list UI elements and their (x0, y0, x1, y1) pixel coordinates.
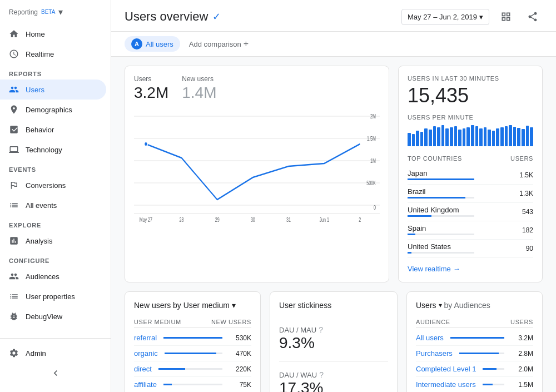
sidebar-item-label: Admin (26, 349, 46, 358)
sidebar-item-debugview[interactable]: DebugView (0, 306, 106, 326)
new-users-title: New users by User medium ▾ (134, 301, 251, 310)
help-icon[interactable]: ? (319, 370, 324, 379)
view-realtime-link[interactable]: View realtime → (408, 265, 533, 273)
mini-bar-item (463, 128, 466, 146)
new-users-table-header: USER MEDIUM NEW USERS (134, 316, 251, 328)
stickiness-title: User stickiness (279, 301, 388, 310)
sidebar-item-label: Conversions (26, 181, 66, 190)
chevron-down-icon[interactable]: ▾ (232, 301, 236, 310)
svg-text:30: 30 (251, 217, 255, 224)
mini-bar-item (517, 128, 520, 146)
sidebar-item-admin[interactable]: Admin (0, 343, 106, 363)
mini-bar-item (450, 127, 453, 146)
row-label[interactable]: referral (134, 334, 157, 342)
help-icon[interactable]: ? (319, 325, 323, 334)
mini-bar-item (471, 125, 474, 146)
row-label[interactable]: Completed Level 1 (416, 365, 476, 373)
row-label[interactable]: affiliate (134, 380, 157, 389)
mini-bar-item (408, 133, 411, 146)
compare-icon[interactable] (496, 7, 516, 27)
mini-bar-item (416, 131, 419, 146)
sidebar-item-label: Realtime (26, 50, 54, 58)
row-value: 530K (229, 334, 251, 342)
comparison-bar: A All users Add comparison + (111, 32, 556, 57)
all-users-chip[interactable]: A All users (125, 36, 180, 52)
country-bar-container (408, 178, 474, 180)
date-range-picker[interactable]: May 27 – Jun 2, 2019 ▾ (401, 9, 489, 25)
chart-metrics: Users 3.2M New users 1.4M (134, 75, 380, 102)
stickiness-metrics: DAU / MAU ? 9.3% DAU / WAU ? 17.3% WAU /… (279, 316, 388, 392)
sidebar-item-label: Users (26, 86, 44, 94)
svg-text:2M: 2M (370, 113, 376, 120)
arrow-right-icon: → (453, 265, 460, 273)
sidebar-item-behavior[interactable]: Behavior (0, 120, 106, 140)
list-item: Brazil 1.3K (408, 185, 533, 203)
table-row: referral 530K (134, 330, 251, 346)
sidebar-item-label: User properties (26, 292, 75, 301)
sidebar-item-audiences[interactable]: Audiences (0, 266, 106, 286)
sidebar-item-user-properties[interactable]: User properties (0, 286, 106, 306)
sidebar-item-conversions[interactable]: Conversions (0, 175, 106, 195)
mini-bar-item (522, 129, 525, 146)
country-users: 1.3K (519, 190, 533, 197)
sidebar-item-technology[interactable]: Technology (0, 140, 106, 160)
new-users-card: New users by User medium ▾ USER MEDIUM N… (125, 291, 261, 392)
sidebar-item-demographics[interactable]: Demographics (0, 100, 106, 120)
users-metric[interactable]: Users 3.2M (134, 75, 168, 102)
row-bar (158, 368, 185, 370)
row-label[interactable]: direct (134, 365, 152, 373)
new-users-table: referral 530K organic 470K direct 220K a… (134, 330, 251, 392)
section-explore: EXPLORE (0, 215, 111, 231)
header-actions: May 27 – Jun 2, 2019 ▾ (401, 7, 543, 27)
mini-bar-item (424, 128, 428, 146)
sidebar-item-all-events[interactable]: All events (0, 195, 106, 215)
section-reports: REPORTS (0, 64, 111, 80)
country-bar (408, 178, 474, 180)
row-bar (165, 353, 216, 354)
table-row: All users 3.2M (416, 330, 533, 346)
chart-svg: 2M 1.5M 1M 500K 0 May 27 28 29 30 31 Jun… (134, 111, 380, 233)
sidebar-item-users[interactable]: Users (0, 80, 106, 100)
new-users-metric[interactable]: New users 1.4M (182, 75, 216, 102)
sidebar-item-home[interactable]: Home (0, 24, 106, 44)
row-bar (163, 337, 222, 339)
home-icon (9, 29, 19, 39)
country-users: 90 (526, 245, 533, 252)
svg-text:May 27: May 27 (140, 217, 152, 224)
dashboard-content: Users 3.2M New users 1.4M (111, 57, 556, 392)
chevron-down-icon[interactable]: ▾ (439, 301, 442, 309)
country-bar-container (408, 234, 474, 235)
sidebar-collapse-button[interactable] (0, 363, 111, 383)
share-icon[interactable] (523, 7, 543, 27)
row-bar (459, 353, 499, 354)
behavior-icon (9, 125, 19, 135)
audiences-table-header: AUDIENCE USERS (416, 316, 533, 328)
table-row: Completed Level 1 2.0M (416, 361, 533, 377)
table-row: affiliate 75K (134, 377, 251, 392)
mini-bar-item (445, 128, 449, 146)
row-label[interactable]: Purchasers (416, 349, 453, 358)
page-header: Users overview ✓ May 27 – Jun 2, 2019 ▾ (111, 0, 556, 32)
row-value: 3.2M (511, 334, 533, 342)
section-configure: CONFIGURE (0, 251, 111, 266)
row-value: 2.0M (511, 365, 533, 373)
chevron-down-icon[interactable]: ▾ (58, 7, 63, 17)
sidebar-item-realtime[interactable]: Realtime (0, 44, 106, 64)
row-label[interactable]: organic (134, 349, 158, 358)
mini-bar-item (454, 126, 458, 146)
add-comparison-button[interactable]: Add comparison + (185, 37, 253, 51)
row-bar-container (163, 337, 222, 339)
row-label[interactable]: All users (416, 334, 444, 342)
conversions-icon (9, 180, 19, 190)
mini-bar-item (433, 126, 436, 146)
svg-text:500K: 500K (366, 180, 376, 187)
list-item: Japan 1.5K (408, 166, 533, 185)
row-value: 220K (229, 365, 251, 373)
row-value: 470K (229, 350, 251, 358)
mini-bar-item (526, 126, 529, 146)
row-label[interactable]: Intermediate users (416, 380, 476, 389)
sidebar-item-analysis[interactable]: Analysis (0, 231, 106, 251)
list-item: United States 90 (408, 240, 533, 258)
table-row: Intermediate users 1.5M (416, 377, 533, 392)
beta-badge: BETA (41, 9, 55, 15)
